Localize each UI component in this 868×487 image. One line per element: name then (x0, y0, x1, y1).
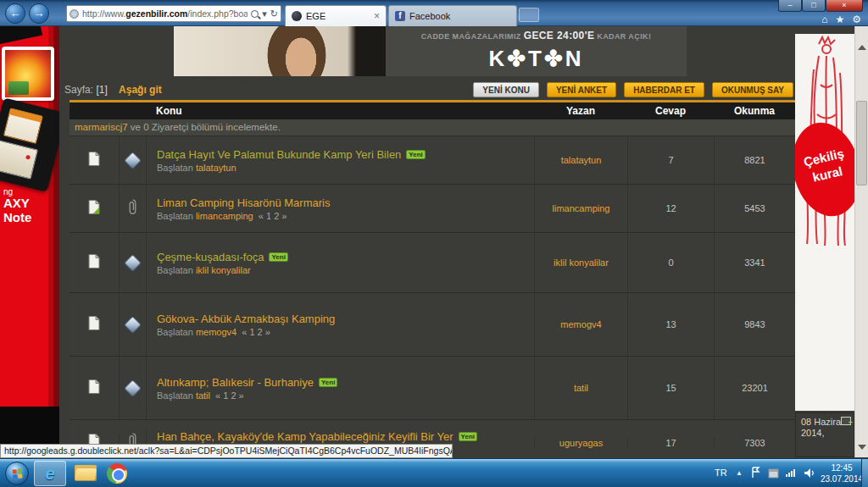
browser-quick-icons: ⌂ ★ ⚙ (821, 14, 861, 25)
go-down-link[interactable]: Aşağı git (119, 84, 162, 96)
left-banner-ad[interactable]: ng AXY Note (0, 26, 59, 457)
topic-author-link[interactable]: uguryagas (559, 438, 603, 448)
home-icon[interactable]: ⌂ (821, 14, 827, 25)
page-number[interactable]: [1] (96, 84, 107, 96)
banner-photo (174, 26, 386, 76)
right-banner-ad[interactable]: Çekiliş kural (795, 34, 854, 411)
taskbar-explorer-button[interactable] (75, 465, 97, 481)
mark-read-button[interactable]: OKUNMUŞ SAY (712, 82, 793, 97)
galaxy-tablet-image (2, 47, 54, 101)
topic-diamond-icon (124, 315, 142, 333)
search-icon[interactable] (251, 10, 259, 18)
network-signal-icon[interactable] (786, 469, 795, 477)
header-cevap[interactable]: Cevap (627, 105, 714, 117)
tray-expand-icon[interactable]: ▲ (736, 469, 743, 477)
topic-reply-count: 13 (627, 293, 714, 356)
action-center-flag-icon[interactable] (751, 467, 760, 482)
topic-author-link[interactable]: memogv4 (560, 319, 601, 329)
topic-title-link[interactable]: Datça Hayıt Ve Palamut Bukunde Kamp Yeri… (157, 148, 401, 161)
back-button[interactable]: ← (5, 3, 25, 24)
topic-author-link[interactable]: tatil (574, 383, 588, 393)
topic-view-count: 5453 (714, 185, 795, 232)
pagination: Sayfa: [1] Aşağı git (64, 84, 162, 96)
topic-title-link[interactable]: Altınkamp; Balıkesir - Burhaniye (157, 376, 314, 389)
scrollbar-thumb[interactable] (856, 101, 867, 185)
topic-starter-link[interactable]: iklil konyalilar (196, 265, 251, 275)
show-desktop-button[interactable] (861, 459, 868, 487)
topic-title-link[interactable]: Han Bahçe, Kayaköy'de Kamp Yapabileceğin… (157, 430, 453, 443)
start-button[interactable] (5, 462, 29, 485)
language-indicator[interactable]: TR (715, 468, 727, 478)
maximize-button[interactable]: □ (802, 0, 826, 12)
vertical-scrollbar[interactable] (854, 26, 868, 457)
top-banner-ad[interactable]: CADDE MAĞAZALARIMIZ GECE 24:00'E KADAR A… (174, 26, 687, 76)
topic-view-count: 8821 (714, 136, 795, 184)
table-row: Datça Hayıt Ve Palamut Bukunde Kamp Yeri… (70, 136, 795, 184)
topic-file-icon (88, 379, 100, 397)
scroll-down-icon[interactable] (858, 445, 866, 450)
notify-button[interactable]: HABERDAR ET (624, 82, 704, 97)
tab-label: Facebook (409, 11, 450, 21)
close-tab-icon[interactable]: × (367, 10, 380, 22)
tray-window-icon[interactable] (768, 467, 779, 482)
speaker-icon[interactable] (804, 467, 815, 482)
topic-starter-link[interactable]: tatil (196, 390, 210, 401)
table-row: Gökova- Akbük Azmakbaşı Kamping Başlatan… (70, 292, 795, 356)
scroll-up-icon[interactable] (858, 45, 866, 50)
topic-view-count: 3341 (714, 233, 795, 292)
chevron-down-icon[interactable]: ▾ (262, 6, 267, 21)
new-poll-button[interactable]: YENİ ANKET (547, 82, 616, 97)
minimize-button[interactable]: – (778, 0, 802, 12)
header-yazan[interactable]: Yazan (534, 105, 627, 117)
favorites-star-icon[interactable]: ★ (835, 14, 844, 25)
forum-page: CADDE MAĞAZALARIMIZ GECE 24:00'E KADAR A… (59, 26, 795, 457)
topic-reply-count: 7 (627, 136, 714, 184)
table-row: Çeşme-kuşadası-foça Yeni Başlatan iklil … (70, 232, 795, 292)
topic-page-links[interactable]: « 1 2 » (242, 327, 270, 337)
topic-page-links[interactable]: « 1 2 » (215, 390, 244, 401)
open-window-icon[interactable] (841, 417, 851, 425)
forward-button[interactable]: → (29, 3, 49, 24)
topic-file-icon (88, 152, 100, 169)
close-button[interactable]: × (826, 0, 863, 12)
taskbar-ie-button[interactable]: e (34, 461, 66, 486)
address-url[interactable]: http://www.gezenbilir.com/index.php?boar… (82, 8, 248, 19)
topic-page-links[interactable]: « 1 2 » (259, 211, 287, 221)
facebook-icon: f (395, 11, 405, 21)
topic-starter-link[interactable]: limancamping (196, 211, 253, 221)
tab-favicon-icon (292, 11, 302, 21)
table-header-row: Konu Yazan Cevap Okunma (70, 102, 795, 119)
tablet-shadow (0, 26, 42, 47)
new-badge: Yeni (406, 150, 425, 159)
topic-starter-link[interactable]: talataytun (196, 163, 236, 173)
topic-diamond-icon (124, 151, 142, 169)
topic-diamond-icon (124, 253, 142, 271)
last-post-date-box: 08 Haziran 2014, (795, 412, 854, 457)
new-tab-button[interactable] (519, 8, 539, 22)
topic-starter-link[interactable]: memogv4 (196, 327, 236, 337)
tab-facebook[interactable]: f Facebook (388, 5, 517, 26)
header-okunma[interactable]: Okunma (714, 105, 795, 117)
header-konu[interactable]: Konu (146, 105, 534, 117)
topic-title-link[interactable]: Gökova- Akbük Azmakbaşı Kamping (157, 313, 335, 325)
tab-ege[interactable]: EGE × (285, 5, 387, 26)
gear-icon[interactable]: ⚙ (852, 14, 861, 25)
taskbar-chrome-button[interactable] (107, 463, 127, 484)
topic-author-link[interactable]: limancamping (553, 203, 610, 213)
topic-reply-count: 15 (627, 357, 714, 419)
topic-starter-line: Başlatan memogv4 « 1 2 » (157, 327, 270, 337)
topic-author-link[interactable]: iklil konyalilar (554, 257, 609, 268)
topic-title-link[interactable]: Liman Camping Hisarönü Marmaris (157, 196, 330, 209)
pagination-label: Sayfa: (64, 84, 93, 96)
new-badge: Yeni (319, 378, 337, 387)
taskbar-clock[interactable]: 12:45 23.07.2014 (817, 462, 866, 484)
refresh-icon[interactable]: ↻ (270, 6, 278, 21)
clock-date: 23.07.2014 (817, 473, 866, 484)
address-bar[interactable]: http://www.gezenbilir.com/index.php?boar… (66, 5, 281, 22)
topic-author-link[interactable]: talataytun (561, 155, 602, 165)
galaxy-tablet-tilted-image (0, 97, 59, 192)
new-topic-button[interactable]: YENİ KONU (473, 82, 539, 97)
viewing-user-link[interactable]: marmariscj7 (75, 122, 128, 132)
topic-reply-count: 0 (627, 233, 714, 292)
topic-title-link[interactable]: Çeşme-kuşadası-foça (157, 251, 264, 263)
